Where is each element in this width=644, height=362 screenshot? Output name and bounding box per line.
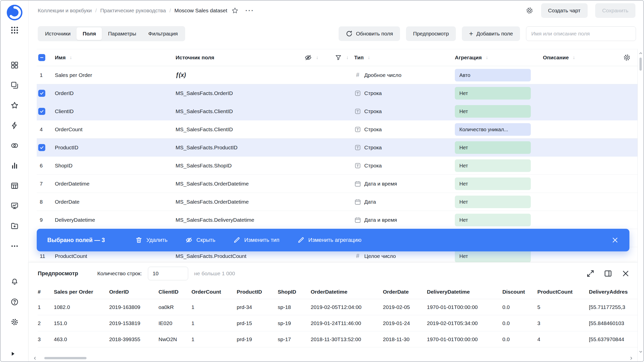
field-description-cell[interactable] <box>543 157 617 174</box>
field-row[interactable]: 7OrderDatetimeMS_SalesFacts.OrderDatetim… <box>37 175 637 193</box>
row-checkbox-checked[interactable] <box>38 144 45 151</box>
breadcrumb-item[interactable]: Коллекции и воркбуки <box>38 8 92 14</box>
aggregation-select[interactable]: Нет <box>455 105 531 118</box>
field-hidden-cell[interactable] <box>294 84 329 102</box>
secure-folder-icon[interactable] <box>10 222 19 230</box>
field-hidden-cell[interactable] <box>294 102 329 120</box>
field-hidden-cell[interactable] <box>294 120 329 138</box>
field-search-input[interactable] <box>526 26 636 41</box>
row-checkbox-checked[interactable] <box>38 90 45 97</box>
field-source-cell[interactable]: MS_SalesFacts.ClientID <box>176 102 294 120</box>
field-type-cell[interactable]: Дата и время <box>354 211 455 229</box>
column-header-type[interactable]: Тип↓ <box>354 49 455 66</box>
scroll-right-icon[interactable] <box>629 356 633 360</box>
field-filter-cell[interactable] <box>329 120 354 138</box>
field-name-cell[interactable]: ShopID <box>55 157 176 174</box>
preview-close-icon[interactable] <box>621 269 630 278</box>
field-filter-cell[interactable] <box>329 66 354 84</box>
breadcrumb-item[interactable]: Moscow Sales dataset <box>174 8 227 14</box>
dataset-settings-gear-icon[interactable] <box>526 7 534 15</box>
selection-close-icon[interactable] <box>611 236 619 244</box>
preview-dock-icon[interactable] <box>604 269 612 278</box>
field-type-cell[interactable]: Дата и время <box>354 175 455 193</box>
field-filter-cell[interactable] <box>329 102 354 120</box>
scroll-down-icon[interactable] <box>638 349 643 354</box>
select-all-checkbox[interactable] <box>38 54 45 61</box>
field-source-cell[interactable]: MS_SalesFacts.OrderDatetime <box>176 175 294 193</box>
field-filter-cell[interactable] <box>329 84 354 102</box>
field-source-cell[interactable]: ƒ(x) <box>176 66 294 84</box>
field-name-cell[interactable]: OrderID <box>55 84 176 102</box>
field-filter-cell[interactable] <box>329 139 354 156</box>
field-description-cell[interactable] <box>543 120 617 138</box>
sidebar-collapse-icon[interactable] <box>11 351 15 356</box>
field-name-cell[interactable]: ProductID <box>55 139 176 156</box>
sort-icon[interactable]: ↓ <box>486 55 488 60</box>
tab-parameters[interactable]: Параметры <box>102 27 142 40</box>
sort-icon[interactable]: ↓ <box>70 55 72 60</box>
column-header-filter[interactable]: ↓ <box>329 49 354 66</box>
column-header-name[interactable]: Имя↓ <box>55 49 176 66</box>
field-name-cell[interactable]: ClientID <box>55 102 176 120</box>
notifications-bell-icon[interactable] <box>10 278 19 286</box>
sort-icon[interactable]: ↓ <box>368 55 370 60</box>
column-header-hidden[interactable]: ↓ <box>294 49 329 66</box>
field-source-cell[interactable]: MS_SalesFacts.OrderDatetime <box>176 193 294 211</box>
preview-expand-icon[interactable] <box>586 269 595 278</box>
aggregation-select[interactable]: Нет <box>455 141 531 154</box>
field-description-cell[interactable] <box>543 66 617 84</box>
field-source-cell[interactable]: MS_SalesFacts.ProductID <box>176 139 294 156</box>
field-description-cell[interactable] <box>543 193 617 211</box>
field-filter-cell[interactable] <box>329 193 354 211</box>
field-row[interactable]: 8OrderDateMS_SalesFacts.OrderDatetimeДат… <box>37 193 637 211</box>
field-source-cell[interactable]: MS_SalesFacts.DeliveryDatetime <box>176 211 294 229</box>
sort-icon[interactable]: ↓ <box>573 55 575 60</box>
field-source-cell[interactable]: MS_SalesFacts.ClientID <box>176 120 294 138</box>
aggregation-select[interactable]: Количество уникал... <box>455 123 531 136</box>
aggregation-select[interactable]: Нет <box>455 250 531 262</box>
tab-fields[interactable]: Поля <box>76 27 102 40</box>
add-field-button[interactable]: + Добавить поле <box>462 26 520 41</box>
field-type-cell[interactable]: Строка <box>354 139 455 156</box>
field-type-cell[interactable]: Дата <box>354 193 455 211</box>
vertical-scrollbar-thumb[interactable] <box>639 58 642 71</box>
selection-action-delete[interactable]: Удалить <box>135 236 168 244</box>
breadcrumb-more-icon[interactable]: ··· <box>245 7 254 14</box>
field-filter-cell[interactable] <box>329 211 354 229</box>
field-filter-cell[interactable] <box>329 157 354 174</box>
field-source-cell[interactable]: MS_SalesFacts.ShopID <box>176 157 294 174</box>
field-row[interactable]: OrderIDMS_SalesFacts.OrderIDСтрокаНет <box>37 84 637 102</box>
settings-gear-icon[interactable] <box>10 318 19 326</box>
field-row[interactable]: ClientIDMS_SalesFacts.ClientIDСтрокаНет <box>37 102 637 120</box>
favorites-icon[interactable] <box>10 101 19 110</box>
collections-icon[interactable] <box>10 61 19 69</box>
columns-settings-gear-icon[interactable] <box>623 54 631 62</box>
column-header-description[interactable]: Описание↓ <box>543 49 617 66</box>
refresh-fields-button[interactable]: Обновить поля <box>339 26 400 41</box>
field-hidden-cell[interactable] <box>294 139 329 156</box>
field-hidden-cell[interactable] <box>294 211 329 229</box>
field-row[interactable]: 4OrderCountMS_SalesFacts.ClientIDСтрокаК… <box>37 120 637 139</box>
selection-action-change-aggregation[interactable]: Изменить агрегацию <box>297 236 361 244</box>
preview-rows-input[interactable] <box>148 267 188 280</box>
sort-icon[interactable]: ↓ <box>316 55 318 60</box>
field-row[interactable]: 6ShopIDMS_SalesFacts.ShopIDСтрокаНет <box>37 157 637 175</box>
aggregation-select[interactable]: Нет <box>455 214 531 226</box>
create-chart-button[interactable]: Создать чарт <box>541 3 588 18</box>
column-header-aggregation[interactable]: Агрегация↓ <box>455 49 543 66</box>
field-description-cell[interactable] <box>543 84 617 102</box>
tables-icon[interactable] <box>10 182 19 190</box>
field-hidden-cell[interactable] <box>294 66 329 84</box>
field-description-cell[interactable] <box>543 175 617 193</box>
datalens-logo[interactable] <box>6 4 23 21</box>
field-type-cell[interactable]: Строка <box>354 120 455 138</box>
field-type-cell[interactable]: Строка <box>354 84 455 102</box>
field-type-cell[interactable]: Строка <box>354 102 455 120</box>
field-description-cell[interactable] <box>543 211 617 229</box>
field-hidden-cell[interactable] <box>294 175 329 193</box>
field-name-cell[interactable]: OrderDatetime <box>55 175 176 193</box>
field-row[interactable]: 9DeliveryDatetimeMS_SalesFacts.DeliveryD… <box>37 211 637 229</box>
horizontal-scrollbar-thumb[interactable] <box>44 357 87 359</box>
connections-icon[interactable] <box>10 121 19 130</box>
aggregation-select[interactable]: Нет <box>455 196 531 208</box>
